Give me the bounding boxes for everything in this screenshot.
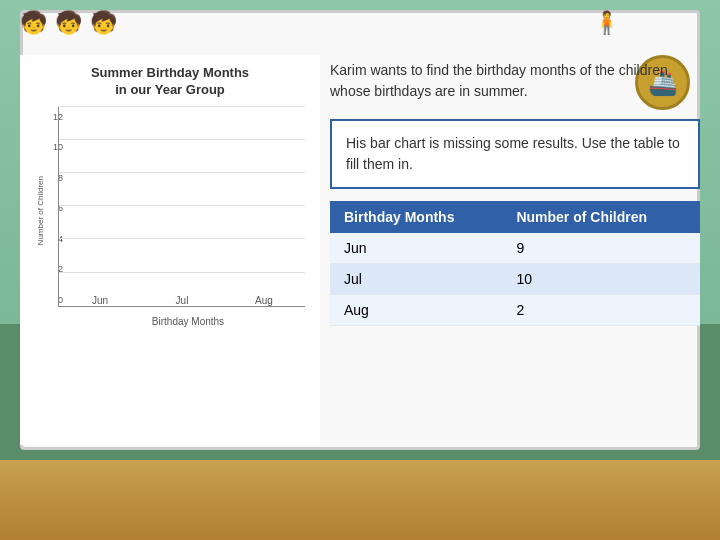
instruction-box: His bar chart is missing some results. U… xyxy=(330,119,700,189)
table-row: Aug 2 xyxy=(330,295,700,326)
bar-label-jul: Jul xyxy=(176,295,189,306)
table-header-count: Number of Children xyxy=(502,201,700,233)
grid-line-10 xyxy=(59,139,305,140)
table-row: Jul 10 xyxy=(330,264,700,295)
figure-icons: 🧒 🧒 🧒 xyxy=(20,10,117,36)
figure-icon-1: 🧒 xyxy=(20,10,47,36)
description-text: Karim wants to find the birthday months … xyxy=(330,55,700,107)
chart-title: Summer Birthday Monthsin our Year Group xyxy=(30,65,310,99)
bar-group-aug: Aug xyxy=(223,292,305,306)
figure-icon-2: 🧒 xyxy=(55,10,82,36)
table-cell-count-2: 10 xyxy=(502,264,700,295)
bar-group-jun: Jun xyxy=(59,292,141,306)
content-area: Summer Birthday Monthsin our Year Group … xyxy=(20,55,700,445)
grid-line-8 xyxy=(59,172,305,173)
chart-panel: Summer Birthday Monthsin our Year Group … xyxy=(20,55,320,445)
chart-bars-area: Jun Jul Aug xyxy=(58,107,305,307)
table-cell-month-2: Jul xyxy=(330,264,502,295)
table-cell-count-3: 2 xyxy=(502,295,700,326)
table-cell-month-3: Aug xyxy=(330,295,502,326)
table-cell-count-1: 9 xyxy=(502,233,700,264)
bar-label-jun: Jun xyxy=(92,295,108,306)
top-right-figure: 🧍 xyxy=(593,10,620,36)
table-header-months: Birthday Months xyxy=(330,201,502,233)
bar-group-jul: Jul xyxy=(141,292,223,306)
y-axis-label: Number of Children xyxy=(36,176,45,245)
grid-line-12 xyxy=(59,106,305,107)
bar-label-aug: Aug xyxy=(255,295,273,306)
chart-container: Number of Children 0 2 4 6 8 10 12 xyxy=(30,107,310,327)
table-row: Jun 9 xyxy=(330,233,700,264)
table-header-row: Birthday Months Number of Children xyxy=(330,201,700,233)
table-cell-month-1: Jun xyxy=(330,233,502,264)
data-table: Birthday Months Number of Children Jun 9… xyxy=(330,201,700,326)
x-axis-label: Birthday Months xyxy=(66,316,310,327)
right-panel: Karim wants to find the birthday months … xyxy=(330,55,700,445)
grid-line-6 xyxy=(59,205,305,206)
grid-line-2 xyxy=(59,272,305,273)
top-strip: 🧒 🧒 🧒 🧍 xyxy=(0,0,720,45)
classroom-floor xyxy=(0,460,720,540)
figure-icon-3: 🧒 xyxy=(90,10,117,36)
grid-line-4 xyxy=(59,238,305,239)
